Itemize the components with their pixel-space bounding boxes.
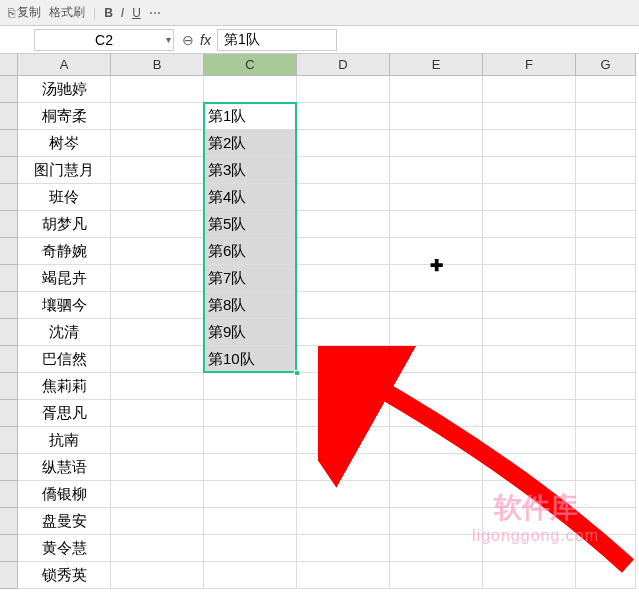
cell[interactable] <box>483 76 576 103</box>
cell[interactable] <box>390 562 483 589</box>
cell[interactable] <box>297 103 390 130</box>
cell[interactable]: 第4队 <box>204 184 297 211</box>
more-icon[interactable]: ⋯ <box>149 6 161 20</box>
cell[interactable] <box>204 373 297 400</box>
cell[interactable] <box>576 400 636 427</box>
cell[interactable]: 第10队 <box>204 346 297 373</box>
cell[interactable] <box>483 454 576 481</box>
cell[interactable] <box>390 346 483 373</box>
cell[interactable] <box>297 184 390 211</box>
cell[interactable] <box>111 481 204 508</box>
autofill-options-button[interactable]: ⊞ <box>322 378 344 396</box>
cell[interactable] <box>297 454 390 481</box>
cell[interactable] <box>297 130 390 157</box>
col-header-e[interactable]: E <box>390 54 483 76</box>
cell[interactable]: 焦莉莉 <box>18 373 111 400</box>
cell[interactable] <box>576 130 636 157</box>
cell[interactable]: 汤驰婷 <box>18 76 111 103</box>
cell[interactable] <box>390 400 483 427</box>
row-header[interactable] <box>0 373 18 400</box>
cell[interactable] <box>390 373 483 400</box>
cell[interactable] <box>297 427 390 454</box>
grid[interactable]: 汤驰婷桐寄柔第1队树岑第2队图门慧月第3队班伶第4队胡梦凡第5队奇静婉第6队竭昆… <box>18 76 639 589</box>
row-header[interactable] <box>0 292 18 319</box>
cell[interactable]: 纵慧语 <box>18 454 111 481</box>
row-header[interactable] <box>0 454 18 481</box>
underline-button[interactable]: U <box>132 6 141 20</box>
cell[interactable] <box>111 211 204 238</box>
cell[interactable]: 奇静婉 <box>18 238 111 265</box>
cell[interactable] <box>297 400 390 427</box>
cell[interactable]: 第9队 <box>204 319 297 346</box>
cell[interactable]: 班伶 <box>18 184 111 211</box>
cell[interactable] <box>297 76 390 103</box>
cell[interactable] <box>111 535 204 562</box>
cell[interactable] <box>204 481 297 508</box>
cell[interactable] <box>576 508 636 535</box>
cell[interactable] <box>297 238 390 265</box>
cell[interactable]: 第8队 <box>204 292 297 319</box>
row-header[interactable] <box>0 265 18 292</box>
cell[interactable] <box>483 103 576 130</box>
cell[interactable]: 第5队 <box>204 211 297 238</box>
col-header-g[interactable]: G <box>576 54 636 76</box>
cell[interactable] <box>576 211 636 238</box>
cell[interactable] <box>576 346 636 373</box>
cell[interactable] <box>483 508 576 535</box>
row-header[interactable] <box>0 346 18 373</box>
cell[interactable] <box>390 535 483 562</box>
cell[interactable] <box>204 454 297 481</box>
cell[interactable]: 抗南 <box>18 427 111 454</box>
row-header[interactable] <box>0 103 18 130</box>
cell[interactable] <box>204 76 297 103</box>
cell[interactable] <box>111 130 204 157</box>
cell[interactable]: 巴信然 <box>18 346 111 373</box>
cell[interactable] <box>483 346 576 373</box>
row-header[interactable] <box>0 184 18 211</box>
cell[interactable] <box>297 319 390 346</box>
cell[interactable] <box>576 427 636 454</box>
cell[interactable] <box>111 373 204 400</box>
cell[interactable] <box>204 427 297 454</box>
cell[interactable] <box>297 265 390 292</box>
cell[interactable] <box>483 562 576 589</box>
cell[interactable] <box>576 103 636 130</box>
cell[interactable]: 第7队 <box>204 265 297 292</box>
cell[interactable] <box>204 535 297 562</box>
cell[interactable] <box>390 265 483 292</box>
format-painter-button[interactable]: 格式刷 <box>49 4 85 21</box>
cell[interactable] <box>111 508 204 535</box>
cell[interactable] <box>297 292 390 319</box>
cell[interactable] <box>576 535 636 562</box>
cell[interactable] <box>483 265 576 292</box>
cell[interactable] <box>297 346 390 373</box>
fx-icon[interactable]: fx <box>200 32 211 48</box>
cell[interactable] <box>483 481 576 508</box>
cell[interactable]: 沈清 <box>18 319 111 346</box>
row-header[interactable] <box>0 400 18 427</box>
cell[interactable] <box>483 535 576 562</box>
col-header-a[interactable]: A <box>18 54 111 76</box>
cell[interactable] <box>483 400 576 427</box>
cell[interactable] <box>204 508 297 535</box>
cell[interactable] <box>390 76 483 103</box>
cell[interactable]: 图门慧月 <box>18 157 111 184</box>
cell[interactable] <box>111 562 204 589</box>
cell[interactable] <box>111 184 204 211</box>
cell[interactable] <box>297 211 390 238</box>
row-header[interactable] <box>0 157 18 184</box>
col-header-f[interactable]: F <box>483 54 576 76</box>
cell[interactable] <box>483 238 576 265</box>
fill-handle[interactable] <box>294 370 300 376</box>
zoom-out-icon[interactable]: ⊖ <box>182 32 194 48</box>
row-header[interactable] <box>0 130 18 157</box>
cell[interactable]: 胡梦凡 <box>18 211 111 238</box>
cell[interactable] <box>576 454 636 481</box>
row-header[interactable] <box>0 427 18 454</box>
cell[interactable] <box>576 562 636 589</box>
cell[interactable]: 盘曼安 <box>18 508 111 535</box>
cell[interactable] <box>390 184 483 211</box>
cell[interactable] <box>483 184 576 211</box>
row-header[interactable] <box>0 481 18 508</box>
cell[interactable] <box>483 373 576 400</box>
